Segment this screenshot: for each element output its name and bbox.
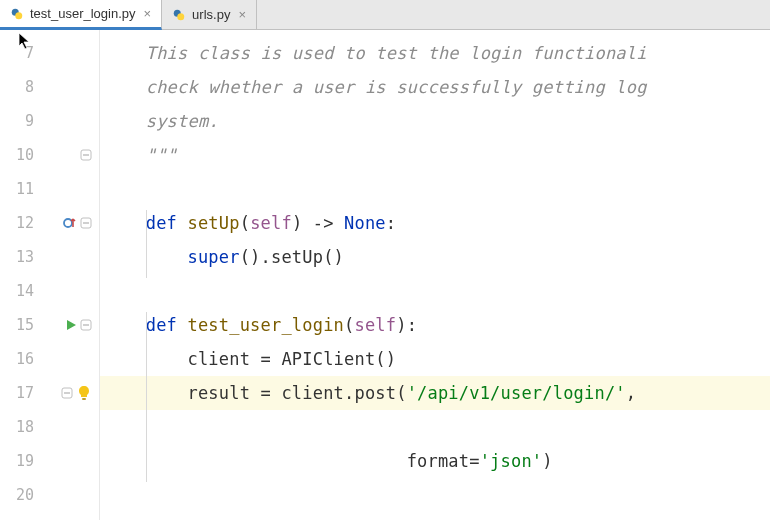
line-number: 8 bbox=[0, 78, 40, 96]
fold-icon[interactable] bbox=[80, 149, 92, 161]
line-number: 12 bbox=[0, 214, 40, 232]
code-line[interactable]: def setUp(self) -> None: bbox=[100, 206, 770, 240]
code-line[interactable]: """ bbox=[100, 138, 770, 172]
indent-guide bbox=[146, 210, 147, 278]
line-number: 16 bbox=[0, 350, 40, 368]
run-icon[interactable] bbox=[65, 319, 77, 331]
code-line[interactable]: format='json') bbox=[100, 444, 770, 478]
line-number: 18 bbox=[0, 418, 40, 436]
indent-guide bbox=[146, 312, 147, 482]
tab-label: test_user_login.py bbox=[30, 6, 136, 21]
code-line[interactable]: system. bbox=[100, 104, 770, 138]
line-number: 10 bbox=[0, 146, 40, 164]
gutter: 7 8 9 10 11 12 13 14 15 16 17 bbox=[0, 30, 100, 520]
code-line[interactable]: super().setUp() bbox=[100, 240, 770, 274]
line-number: 17 bbox=[0, 384, 40, 402]
line-number: 13 bbox=[0, 248, 40, 266]
svg-point-1 bbox=[15, 12, 22, 19]
fold-icon[interactable] bbox=[80, 319, 92, 331]
editor: 7 8 9 10 11 12 13 14 15 16 17 bbox=[0, 30, 770, 520]
code-line[interactable]: check whether a user is successfully get… bbox=[100, 70, 770, 104]
python-file-icon bbox=[172, 8, 186, 22]
code-line[interactable]: This class is used to test the login fun… bbox=[100, 36, 770, 70]
override-icon[interactable] bbox=[63, 216, 77, 230]
close-icon[interactable]: × bbox=[142, 6, 154, 21]
code-line[interactable] bbox=[100, 274, 770, 308]
code-line[interactable] bbox=[100, 172, 770, 206]
svg-rect-13 bbox=[82, 398, 86, 400]
line-number: 14 bbox=[0, 282, 40, 300]
line-number: 19 bbox=[0, 452, 40, 470]
line-number: 9 bbox=[0, 112, 40, 130]
code-area[interactable]: This class is used to test the login fun… bbox=[100, 30, 770, 520]
intention-bulb-icon[interactable] bbox=[76, 385, 92, 401]
python-file-icon bbox=[10, 7, 24, 21]
svg-point-3 bbox=[177, 13, 184, 20]
code-line[interactable]: client = APIClient() bbox=[100, 342, 770, 376]
fold-icon[interactable] bbox=[80, 217, 92, 229]
line-number: 11 bbox=[0, 180, 40, 198]
tab-test-user-login[interactable]: test_user_login.py × bbox=[0, 0, 162, 30]
code-line[interactable]: def test_user_login(self): bbox=[100, 308, 770, 342]
cursor-icon bbox=[18, 32, 32, 50]
tab-urls[interactable]: urls.py × bbox=[162, 0, 257, 29]
tab-bar: test_user_login.py × urls.py × bbox=[0, 0, 770, 30]
line-number: 15 bbox=[0, 316, 40, 334]
line-number: 20 bbox=[0, 486, 40, 504]
code-line-current[interactable]: result = client.post('/api/v1/user/login… bbox=[100, 376, 770, 410]
code-line[interactable] bbox=[100, 478, 770, 512]
tab-label: urls.py bbox=[192, 7, 230, 22]
fold-icon[interactable] bbox=[61, 387, 73, 399]
code-line[interactable] bbox=[100, 410, 770, 444]
close-icon[interactable]: × bbox=[236, 7, 248, 22]
